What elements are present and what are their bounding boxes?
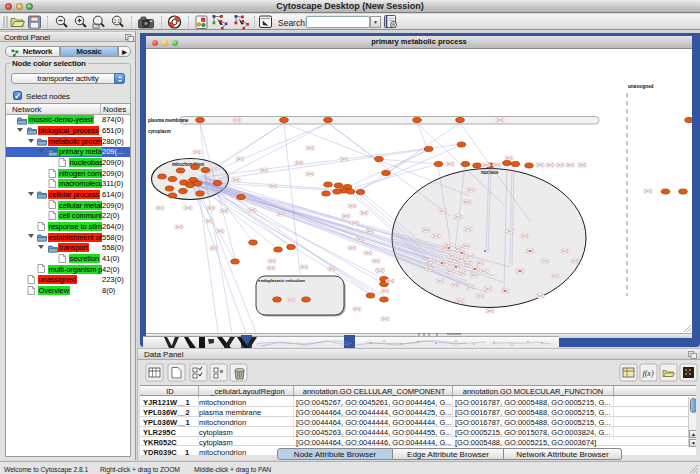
svg-text:[xx:x]: [xx:x] (261, 168, 267, 172)
svg-text:[xx:x]: [xx:x] (211, 246, 217, 250)
svg-text:[xx:x]: [xx:x] (557, 163, 563, 167)
svg-text:[xx:x]: [xx:x] (176, 225, 182, 229)
svg-text:cytoplasm: cytoplasm (148, 128, 171, 133)
svg-text:[xx:x]: [xx:x] (449, 254, 455, 258)
svg-text:[xx:x]: [xx:x] (433, 234, 439, 238)
svg-text:[xx:x]: [xx:x] (423, 228, 429, 232)
svg-text:[xx:x]: [xx:x] (357, 237, 363, 241)
svg-text:[xx:x]: [xx:x] (341, 157, 347, 161)
svg-text:[xx:x]: [xx:x] (361, 211, 367, 215)
svg-text:[xx:x]: [xx:x] (522, 234, 528, 238)
svg-text:[xx:x]: [xx:x] (301, 265, 307, 269)
svg-text:[xx:x]: [xx:x] (377, 269, 383, 273)
svg-text:[xx:x]: [xx:x] (237, 157, 243, 161)
svg-text:[xx:x]: [xx:x] (507, 229, 513, 233)
svg-text:[xx:x]: [xx:x] (464, 200, 470, 204)
svg-text:[xx:x]: [xx:x] (447, 162, 453, 166)
svg-text:[xx:x]: [xx:x] (471, 273, 477, 277)
svg-text:[xx:x]: [xx:x] (387, 279, 393, 283)
svg-text:[xx:x]: [xx:x] (494, 163, 500, 167)
svg-text:[xx:x]: [xx:x] (221, 209, 227, 213)
svg-text:[xx:x]: [xx:x] (454, 264, 460, 268)
svg-text:unassigned: unassigned (628, 84, 654, 89)
svg-text:[xx:x]: [xx:x] (445, 243, 451, 247)
svg-text:[xx:x]: [xx:x] (288, 298, 294, 302)
svg-text:[xx:x]: [xx:x] (307, 146, 313, 150)
svg-text:[xx:x]: [xx:x] (455, 247, 461, 251)
svg-text:[xx:x]: [xx:x] (537, 294, 543, 298)
svg-text:[xx:x]: [xx:x] (468, 188, 474, 192)
svg-text:[xx:x]: [xx:x] (457, 299, 463, 303)
svg-text:[xx:x]: [xx:x] (458, 257, 464, 261)
svg-text:1:1: 1:1 (114, 19, 121, 24)
svg-text:[xx:x]: [xx:x] (249, 208, 255, 212)
svg-text:[xx:x]: [xx:x] (349, 204, 355, 208)
svg-text:[xx:x]: [xx:x] (467, 285, 473, 289)
svg-text:nucleus: nucleus (481, 170, 499, 175)
svg-text:[xx:x]: [xx:x] (481, 269, 487, 273)
svg-text:[xx:x]: [xx:x] (278, 212, 284, 216)
svg-text:[xx:x]: [xx:x] (477, 294, 483, 298)
svg-text:[xx:x]: [xx:x] (382, 317, 388, 321)
svg-text:[xx:x]: [xx:x] (269, 259, 275, 263)
svg-text:[xx:x]: [xx:x] (157, 206, 163, 210)
svg-text:[xx:x]: [xx:x] (562, 249, 568, 253)
svg-text:[xx:x]: [xx:x] (349, 246, 355, 250)
svg-text:[xx:x]: [xx:x] (365, 251, 371, 255)
svg-text:[xx:x]: [xx:x] (367, 229, 373, 233)
svg-text:mitochondrion: mitochondrion (172, 161, 204, 166)
svg-text:[xx:x]: [xx:x] (354, 307, 360, 311)
svg-text:[xx:x]: [xx:x] (373, 259, 379, 263)
svg-text:[xx:x]: [xx:x] (542, 259, 548, 263)
svg-text:[xx:x]: [xx:x] (352, 221, 358, 225)
svg-text:[xx:x]: [xx:x] (467, 254, 473, 258)
svg-text:[xx:x]: [xx:x] (567, 163, 573, 167)
svg-text:[xx:x]: [xx:x] (343, 214, 349, 218)
svg-text:[xx:x]: [xx:x] (572, 259, 578, 263)
svg-text:[xx:x]: [xx:x] (270, 184, 276, 188)
svg-text:[xx:x]: [xx:x] (645, 189, 651, 193)
svg-text:[xx:x]: [xx:x] (427, 267, 433, 271)
svg-text:[xx:x]: [xx:x] (296, 161, 302, 165)
svg-text:[xx:x]: [xx:x] (452, 283, 458, 287)
svg-text:[xx:x]: [xx:x] (497, 118, 503, 122)
svg-text:[xx:x]: [xx:x] (233, 178, 239, 182)
svg-text:[xx:x]: [xx:x] (506, 156, 512, 160)
svg-text:[xx:x]: [xx:x] (477, 261, 483, 265)
svg-text:[xx:x]: [xx:x] (194, 150, 200, 154)
svg-text:[xx:x]: [xx:x] (464, 262, 470, 266)
svg-text:[xx:x]: [xx:x] (443, 261, 449, 265)
svg-text:[xx:x]: [xx:x] (465, 227, 471, 231)
svg-text:[xx:x]: [xx:x] (185, 206, 191, 210)
svg-text:[xx:x]: [xx:x] (447, 269, 453, 273)
svg-text:[xx:x]: [xx:x] (459, 271, 465, 275)
svg-text:[xx:x]: [xx:x] (437, 279, 443, 283)
svg-text:[xx:x]: [xx:x] (329, 267, 335, 271)
svg-text:[xx:x]: [xx:x] (382, 289, 388, 293)
svg-text:[xx:x]: [xx:x] (217, 229, 223, 233)
svg-text:endoplasmic reticulum: endoplasmic reticulum (258, 277, 305, 282)
svg-text:[xx:x]: [xx:x] (208, 206, 214, 210)
svg-text:[xx:x]: [xx:x] (487, 309, 493, 313)
svg-text:f(x): f(x) (642, 369, 653, 378)
svg-text:[xx:x]: [xx:x] (485, 287, 491, 291)
svg-text:[xx:x]: [xx:x] (547, 163, 553, 167)
svg-text:[xx:x]: [xx:x] (427, 259, 433, 263)
svg-text:[xx:x]: [xx:x] (307, 172, 313, 176)
svg-text:[xx:x]: [xx:x] (483, 163, 489, 167)
svg-text:[xx:x]: [xx:x] (463, 244, 469, 248)
svg-text:[xx:x]: [xx:x] (440, 209, 446, 213)
svg-text:[xx:x]: [xx:x] (206, 219, 212, 223)
svg-text:[xx:x]: [xx:x] (455, 215, 461, 219)
svg-text:[xx:x]: [xx:x] (234, 118, 240, 122)
svg-text:plasma membrane: plasma membrane (148, 118, 189, 123)
svg-text:[xx:x]: [xx:x] (537, 163, 543, 167)
svg-text:[xx:x]: [xx:x] (552, 274, 558, 278)
svg-text:[xx:x]: [xx:x] (268, 266, 274, 270)
svg-text:[xx:x]: [xx:x] (579, 163, 585, 167)
